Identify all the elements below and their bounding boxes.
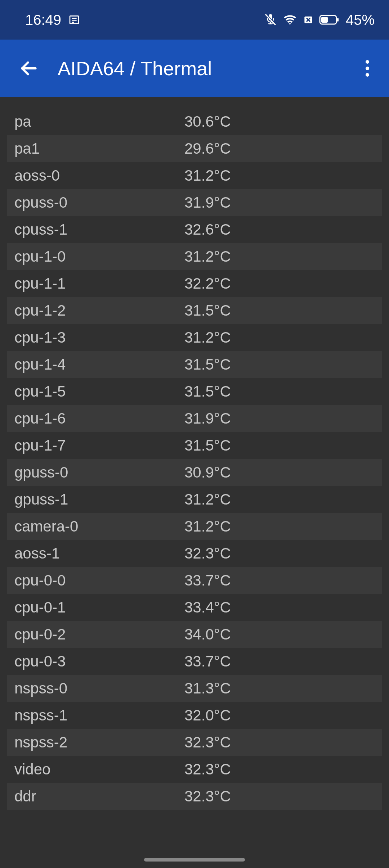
svg-rect-12 (321, 17, 328, 23)
svg-point-15 (366, 60, 369, 64)
sensor-value: 31.2°C (184, 491, 231, 508)
table-row: ddr32.3°C (7, 783, 382, 810)
table-row: nspss-132.0°C (7, 702, 382, 729)
news-icon (68, 14, 80, 26)
table-row: nspss-232.3°C (7, 729, 382, 756)
sensor-label: cpu-0-0 (14, 572, 184, 589)
sensor-label: aoss-0 (14, 167, 184, 184)
sensor-label: cpu-0-3 (14, 653, 184, 670)
table-row: pa30.6°C (7, 108, 382, 135)
sensor-label: nspss-1 (14, 707, 184, 724)
sensor-value: 31.3°C (184, 680, 231, 697)
table-row: cpu-0-234.0°C (7, 621, 382, 648)
sensor-value: 31.2°C (184, 248, 231, 265)
sensor-label: cpu-1-1 (14, 275, 184, 292)
sensor-value: 32.3°C (184, 761, 231, 778)
sensor-label: cpu-1-3 (14, 329, 184, 346)
status-battery-percent: 45% (346, 12, 375, 28)
sensor-label: cpu-1-0 (14, 248, 184, 265)
table-row: cpuss-031.9°C (7, 189, 382, 216)
table-row: cpu-1-431.5°C (7, 351, 382, 378)
sensor-value: 34.0°C (184, 626, 231, 643)
table-row: aoss-132.3°C (7, 540, 382, 567)
sensor-label: aoss-1 (14, 545, 184, 562)
wifi-icon (282, 12, 298, 27)
sensor-value: 32.2°C (184, 275, 231, 292)
battery-icon (319, 14, 339, 26)
sensor-value: 31.5°C (184, 356, 231, 373)
sensor-label: nspss-2 (14, 734, 184, 751)
sensor-label: pa1 (14, 140, 184, 157)
sensor-label: cpu-1-2 (14, 302, 184, 319)
sensor-label: cpuss-0 (14, 194, 184, 211)
sensor-label: cpu-0-1 (14, 599, 184, 616)
status-bar: 16:49 (0, 0, 389, 40)
table-row: gpuss-131.2°C (7, 486, 382, 513)
sensor-label: cpu-1-6 (14, 410, 184, 427)
sensor-value: 32.6°C (184, 221, 231, 238)
table-row: cpu-1-031.2°C (7, 243, 382, 270)
sensor-label: gpuss-1 (14, 491, 184, 508)
sensor-label: cpu-1-7 (14, 437, 184, 454)
more-button[interactable] (357, 58, 378, 79)
sensor-label: video (14, 761, 184, 778)
table-row: video32.3°C (7, 756, 382, 783)
table-row: camera-031.2°C (7, 513, 382, 540)
table-row: cpu-1-331.2°C (7, 324, 382, 351)
sensor-label: cpu-1-4 (14, 356, 184, 373)
sensor-value: 32.3°C (184, 788, 231, 805)
content-area[interactable]: pa30.6°Cpa129.6°Caoss-031.2°Ccpuss-031.9… (0, 97, 389, 810)
table-row: cpu-1-531.5°C (7, 378, 382, 405)
sensor-list: pa30.6°Cpa129.6°Caoss-031.2°Ccpuss-031.9… (7, 108, 382, 810)
sensor-label: cpu-0-2 (14, 626, 184, 643)
sensor-value: 31.5°C (184, 437, 231, 454)
svg-rect-13 (337, 18, 339, 22)
table-row: gpuss-030.9°C (7, 459, 382, 486)
sensor-label: cpu-1-5 (14, 383, 184, 400)
sensor-value: 33.4°C (184, 599, 231, 616)
app-bar: AIDA64 / Thermal (0, 40, 389, 97)
sensor-value: 30.6°C (184, 113, 231, 130)
sensor-value: 31.5°C (184, 383, 231, 400)
sensor-value: 33.7°C (184, 572, 231, 589)
sensor-value: 32.3°C (184, 734, 231, 751)
sensor-value: 31.9°C (184, 410, 231, 427)
sensor-label: cpuss-1 (14, 221, 184, 238)
sensor-value: 31.9°C (184, 194, 231, 211)
nav-handle[interactable] (144, 858, 245, 862)
page-title: AIDA64 / Thermal (58, 57, 357, 80)
table-row: cpuss-132.6°C (7, 216, 382, 243)
sensor-value: 31.2°C (184, 518, 231, 535)
table-row: cpu-1-731.5°C (7, 432, 382, 459)
sensor-label: pa (14, 113, 184, 130)
back-button[interactable] (18, 58, 40, 79)
sensor-value: 32.3°C (184, 545, 231, 562)
sensor-label: ddr (14, 788, 184, 805)
table-row: cpu-0-333.7°C (7, 648, 382, 675)
mute-icon (264, 13, 277, 27)
sensor-value: 31.2°C (184, 329, 231, 346)
svg-point-16 (366, 67, 369, 70)
sensor-label: nspss-0 (14, 680, 184, 697)
svg-point-17 (366, 73, 369, 77)
sensor-label: gpuss-0 (14, 464, 184, 481)
table-row: pa129.6°C (7, 135, 382, 162)
table-row: cpu-1-132.2°C (7, 270, 382, 297)
sensor-value: 30.9°C (184, 464, 231, 481)
sim-close-icon (303, 14, 314, 26)
table-row: cpu-1-631.9°C (7, 405, 382, 432)
sensor-value: 31.2°C (184, 167, 231, 184)
table-row: cpu-0-133.4°C (7, 594, 382, 621)
table-row: cpu-1-231.5°C (7, 297, 382, 324)
sensor-value: 33.7°C (184, 653, 231, 670)
table-row: cpu-0-033.7°C (7, 567, 382, 594)
table-row: nspss-031.3°C (7, 675, 382, 702)
table-row: aoss-031.2°C (7, 162, 382, 189)
sensor-label: camera-0 (14, 518, 184, 535)
sensor-value: 29.6°C (184, 140, 231, 157)
status-time: 16:49 (25, 12, 61, 28)
sensor-value: 32.0°C (184, 707, 231, 724)
sensor-value: 31.5°C (184, 302, 231, 319)
